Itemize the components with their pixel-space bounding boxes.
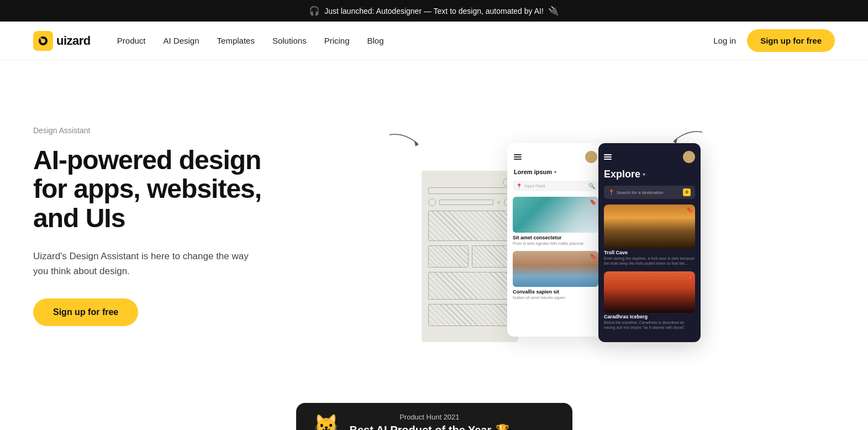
- app-mockup-dark: Explore ▾ 📍 Search for a destination ⚙ 🔖…: [598, 143, 701, 342]
- app-dark-search-icon: 📍: [608, 190, 614, 195]
- signup-button-hero[interactable]: Sign up for free: [33, 298, 138, 326]
- arrow-left-decoration: [387, 132, 420, 151]
- logo-icon: [33, 31, 53, 51]
- sketch-half-1: [428, 245, 469, 268]
- arrow-right-decoration: [672, 129, 705, 148]
- app-dark-title: Explore: [604, 169, 640, 180]
- sketch-mockup: ∨: [422, 171, 518, 342]
- app-white-img2: [513, 251, 598, 287]
- sketch-line-2: [439, 200, 493, 205]
- app-dark-bookmark2: 🔖: [686, 274, 693, 280]
- app-white-img1: [513, 197, 598, 233]
- app-mockup-white: Lorem ipsum ▾ 📍 Input Field 🔍 🔖 Sit amet…: [507, 143, 604, 337]
- sketch-box-2: [428, 272, 512, 300]
- app-white-card1-title: Sit amet consectetur: [513, 235, 598, 240]
- trophy-icon: 🏆: [496, 423, 509, 430]
- hero-description: Uizard's Design Assistant is here to cha…: [33, 249, 265, 279]
- app-white-search-placeholder: Input Field: [524, 183, 545, 188]
- app-white-header: [513, 151, 598, 163]
- app-white-bookmark2: 🔖: [590, 253, 596, 259]
- sketch-row-1: [428, 245, 512, 268]
- sketch-box-3: [428, 304, 512, 326]
- app-dark-title-row: Explore ▾: [604, 169, 695, 180]
- app-white-chevron: ▾: [554, 170, 556, 175]
- nav-pricing[interactable]: Pricing: [324, 36, 350, 45]
- app-dark-card1-sub: Even during the daytime, a troll cave is…: [604, 256, 695, 266]
- app-dark-card2: 🔖 Caradhras Iceberg Below the snowline, …: [604, 271, 695, 330]
- app-dark-card2-title: Caradhras Iceberg: [604, 314, 695, 319]
- app-white-title: Lorem ipsum: [514, 169, 552, 175]
- app-dark-avatar: [683, 151, 695, 163]
- product-hunt-cat-icon: 🐱: [314, 413, 339, 431]
- app-dark-search-button: ⚙: [683, 188, 691, 196]
- app-dark-card1-title: Troll Cave: [604, 250, 695, 255]
- hero-section: Design Assistant AI-powered design for a…: [0, 60, 868, 381]
- app-dark-img2: 🔖: [604, 271, 695, 313]
- app-white-card1: 🔖 Sit amet consectetur Proin id ante ege…: [513, 197, 598, 245]
- banner-text: Just launched: Autodesigner — Text to de…: [324, 7, 544, 15]
- app-white-card2-sub: Nullam sit amet lobortis sapien: [513, 296, 598, 300]
- sketch-half-2: [472, 245, 512, 268]
- top-banner: 🎧 Just launched: Autodesigner — Text to …: [0, 0, 868, 22]
- nav-templates[interactable]: Templates: [217, 36, 255, 45]
- product-hunt-year: Product Hunt 2021: [350, 413, 510, 421]
- svg-marker-3: [414, 141, 419, 146]
- signup-button-nav[interactable]: Sign up for free: [747, 29, 835, 52]
- hero-title: AI-powered design for apps, websites, an…: [33, 146, 265, 233]
- app-dark-header: [604, 151, 695, 163]
- svg-marker-4: [673, 138, 677, 144]
- app-white-search-btn: 🔍: [588, 183, 595, 189]
- hero-visuals: ∨: [287, 110, 835, 342]
- app-dark-chevron: ▾: [643, 171, 645, 177]
- product-hunt-text: Product Hunt 2021 Best AI Product of the…: [350, 413, 510, 430]
- logo-text: uizard: [56, 34, 91, 48]
- app-white-card2: 🔖 Convallis sapien sit Nullam sit amet l…: [513, 251, 598, 300]
- nav-right: Log in Sign up for free: [713, 29, 835, 52]
- product-hunt-award: Best AI Product of the Year 🏆: [350, 423, 510, 430]
- hero-label: Design Assistant: [33, 126, 265, 135]
- hamburger-icon: [514, 154, 522, 160]
- app-dark-img1: 🔖: [604, 204, 695, 249]
- app-white-search: 📍 Input Field 🔍: [513, 181, 598, 191]
- nav-product[interactable]: Product: [117, 36, 146, 45]
- dark-hamburger-icon: [604, 154, 612, 160]
- app-white-title-row: Lorem ipsum ▾: [513, 169, 598, 175]
- banner-emoji-right: 🔌: [548, 6, 559, 16]
- logo[interactable]: uizard: [33, 31, 91, 51]
- app-dark-card2-sub: Below the snowline, Caradhras is describ…: [604, 320, 695, 330]
- app-white-bookmark1: 🔖: [590, 199, 596, 205]
- nav-solutions[interactable]: Solutions: [272, 36, 307, 45]
- app-dark-search: 📍 Search for a destination ⚙: [604, 186, 695, 199]
- sketch-line-1: [428, 187, 512, 194]
- app-dark-bookmark1: 🔖: [686, 207, 693, 213]
- app-white-avatar: [585, 151, 597, 163]
- app-white-card1-sub: Proin id ante egestas felis mattis place…: [513, 242, 598, 245]
- app-dark-card1: 🔖 Troll Cave Even during the daytime, a …: [604, 204, 695, 266]
- product-hunt-badge: 🐱 Product Hunt 2021 Best AI Product of t…: [296, 403, 572, 430]
- banner-emoji-left: 🎧: [309, 6, 320, 16]
- login-button[interactable]: Log in: [713, 36, 736, 45]
- nav-ai-design[interactable]: AI Design: [164, 36, 199, 45]
- svg-point-2: [40, 38, 42, 40]
- nav-links: Product AI Design Templates Solutions Pr…: [117, 36, 713, 45]
- nav-blog[interactable]: Blog: [367, 36, 384, 45]
- app-white-search-icon: 📍: [516, 183, 522, 189]
- bottom-section: 🐱 Product Hunt 2021 Best AI Product of t…: [0, 381, 868, 430]
- app-white-card2-title: Convallis sapien sit: [513, 289, 598, 295]
- sketch-box-1: [428, 211, 512, 241]
- hero-content: Design Assistant AI-powered design for a…: [33, 126, 265, 327]
- app-dark-search-placeholder: Search for a destination: [617, 190, 664, 195]
- navigation: uizard Product AI Design Templates Solut…: [0, 22, 868, 60]
